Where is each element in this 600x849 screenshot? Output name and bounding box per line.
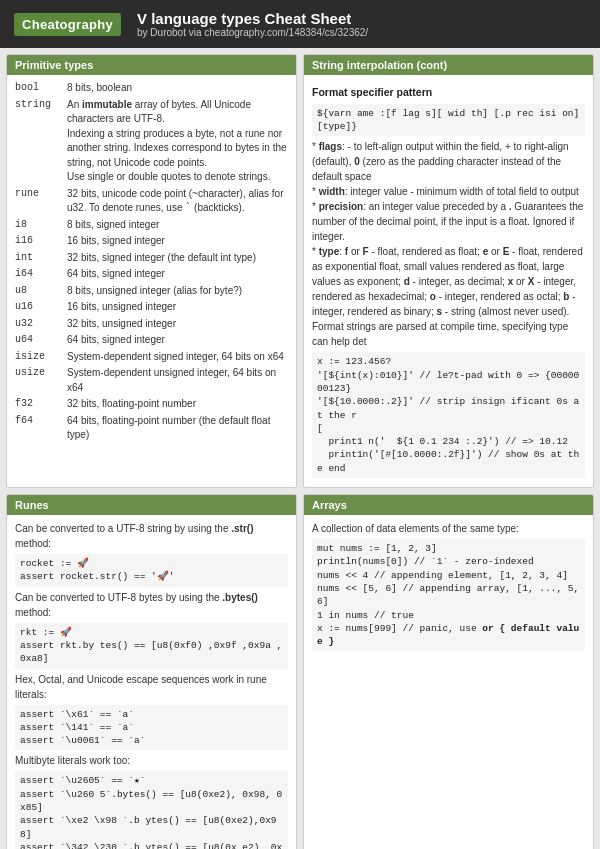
header-subtitle: by Durobot via cheatography.com/148384/c… bbox=[137, 27, 368, 38]
arrays-code1: mut nums := [1, 2, 3] println(nums[0]) /… bbox=[312, 539, 585, 651]
section-primitive-types: Primitive types bool 8 bits, boolean str… bbox=[6, 54, 297, 488]
runes-intro2: Can be converted to UTF-8 bytes by using… bbox=[15, 590, 288, 620]
page-title: V language types Cheat Sheet bbox=[137, 10, 368, 27]
format-pattern-code: ${varn ame :[f lag s][ wid th] [.p rec i… bbox=[312, 104, 585, 137]
prim-rune: rune 32 bits, unicode code point (~chara… bbox=[15, 187, 288, 216]
prim-f32: f32 32 bits, floating-point number bbox=[15, 397, 288, 412]
prim-u8: u8 8 bits, unsigned integer (alias for b… bbox=[15, 284, 288, 299]
prim-string: string An immutable array of bytes. All … bbox=[15, 98, 288, 185]
prim-f64: f64 64 bits, floating-point number (the … bbox=[15, 414, 288, 443]
runes-code4: assert `\u2605` == `★` assert `\u260 5`.… bbox=[15, 771, 288, 849]
section-header-primitive: Primitive types bbox=[7, 55, 296, 75]
runes-intro4: Multibyte literals work too: bbox=[15, 753, 288, 768]
prim-i64: i64 64 bits, signed integer bbox=[15, 267, 288, 282]
prim-usize: usize System-dependent unsigned integer,… bbox=[15, 366, 288, 395]
section-body-arrays: A collection of data elements of the sam… bbox=[304, 515, 593, 660]
prim-i8: i8 8 bits, signed integer bbox=[15, 218, 288, 233]
section-arrays: Arrays A collection of data elements of … bbox=[303, 494, 594, 849]
logo: Cheatography bbox=[14, 13, 121, 36]
prim-isize: isize System-dependent signed integer, 6… bbox=[15, 350, 288, 365]
section-runes: Runes Can be converted to a UTF-8 string… bbox=[6, 494, 297, 849]
runes-intro1: Can be converted to a UTF-8 string by us… bbox=[15, 521, 288, 551]
prim-u64: u64 64 bits, signed integer bbox=[15, 333, 288, 348]
header-title-area: V language types Cheat Sheet by Durobot … bbox=[137, 10, 368, 38]
runes-intro3: Hex, Octal, and Unicode escape sequences… bbox=[15, 672, 288, 702]
section-string-interp-cont: String interpolation (cont) Format speci… bbox=[303, 54, 594, 488]
main-content: Primitive types bool 8 bits, boolean str… bbox=[0, 48, 600, 849]
section-body-runes: Can be converted to a UTF-8 string by us… bbox=[7, 515, 296, 849]
runes-code3: assert `\x61` == `a` assert `\141` == `a… bbox=[15, 705, 288, 751]
prim-u16: u16 16 bits, unsigned integer bbox=[15, 300, 288, 315]
runes-code2: rkt := 🚀 assert rkt.by tes() == [u8(0xf0… bbox=[15, 623, 288, 669]
format-details: * flags: - to left-align output within t… bbox=[312, 139, 585, 349]
section-body-primitive: bool 8 bits, boolean string An immutable… bbox=[7, 75, 296, 451]
format-specifier-title: Format specifier pattern bbox=[312, 85, 585, 101]
prim-u32: u32 32 bits, unsigned integer bbox=[15, 317, 288, 332]
section-header-arrays: Arrays bbox=[304, 495, 593, 515]
section-header-runes: Runes bbox=[7, 495, 296, 515]
section-header-string-interp-cont: String interpolation (cont) bbox=[304, 55, 593, 75]
runes-code1: rocket := 🚀 assert rocket.str() == '🚀' bbox=[15, 554, 288, 587]
prim-int: int 32 bits, signed integer (the default… bbox=[15, 251, 288, 266]
arrays-intro: A collection of data elements of the sam… bbox=[312, 521, 585, 536]
prim-bool: bool 8 bits, boolean bbox=[15, 81, 288, 96]
format-code-examples: x := 123.456? '[${int(x):010}]' // le?t-… bbox=[312, 352, 585, 478]
prim-i16: i16 16 bits, signed integer bbox=[15, 234, 288, 249]
section-body-string-interp-cont: Format specifier pattern ${varn ame :[f … bbox=[304, 75, 593, 487]
header: Cheatography V language types Cheat Shee… bbox=[0, 0, 600, 48]
